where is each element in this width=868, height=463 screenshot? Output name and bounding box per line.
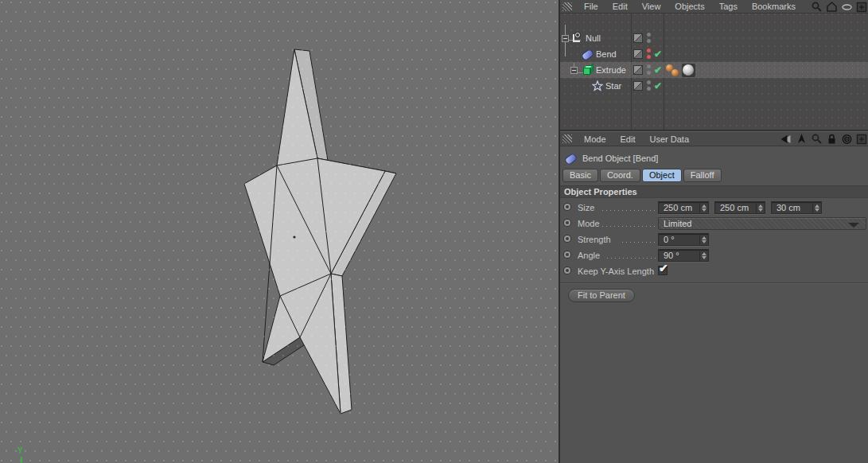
tab-falloff[interactable]: Falloff (683, 169, 722, 182)
viewport-canvas[interactable]: Y (0, 0, 559, 463)
target-icon-button[interactable] (840, 133, 853, 145)
om-menu-file[interactable]: File (577, 2, 605, 11)
value-stepper[interactable] (699, 234, 708, 245)
layer-color-toggle[interactable] (633, 33, 643, 43)
render-visibility-dot[interactable] (647, 87, 651, 91)
enable-check-icon[interactable]: ✔ (654, 64, 662, 76)
om-menu-view[interactable]: View (635, 2, 668, 11)
collapse-toggle[interactable] (570, 67, 578, 74)
om-menu-bookmarks[interactable]: Bookmarks (745, 2, 803, 11)
editor-visibility-dot[interactable] (647, 64, 651, 68)
om-menu-edit[interactable]: Edit (605, 2, 635, 11)
property-controls: Limited (658, 217, 866, 230)
property-rows: Size250 cm 250 cm 30 cm ModeLimited Stre… (560, 200, 868, 280)
eye-icon-button[interactable] (840, 1, 853, 13)
property-row-mode: ModeLimited (560, 216, 868, 232)
keyframe-ring-icon[interactable] (564, 204, 570, 210)
home-icon-button[interactable] (825, 1, 838, 13)
keep-y-axis-length-checkbox[interactable]: ✔ (658, 266, 668, 275)
phong-tag-icon[interactable] (671, 69, 679, 76)
search-icon-button[interactable] (810, 133, 823, 145)
visibility-dots[interactable] (647, 33, 652, 44)
visibility-dots[interactable] (647, 64, 652, 76)
eye-icon[interactable] (841, 1, 853, 13)
size-value-field[interactable]: 30 cm (771, 201, 822, 214)
keyframe-ring-icon[interactable] (564, 267, 570, 274)
search-icon[interactable] (811, 1, 823, 13)
om-menu-tags[interactable]: Tags (712, 2, 745, 11)
search-icon[interactable] (811, 133, 823, 145)
attribute-manager-menu: ModeEditUser Data (577, 134, 696, 144)
history-back-icon[interactable] (780, 133, 792, 145)
editor-visibility-dot[interactable] (647, 49, 651, 53)
editor-visibility-dot[interactable] (647, 80, 651, 84)
editor-visibility-dot[interactable] (647, 33, 651, 37)
render-visibility-dot[interactable] (647, 39, 651, 43)
attribute-manager-toolbar (780, 133, 868, 145)
extrude-object-icon (582, 64, 594, 76)
am-menu-edit[interactable]: Edit (613, 134, 643, 144)
lock-icon[interactable] (826, 133, 838, 145)
material-tag-icon[interactable] (682, 64, 695, 77)
value-stepper[interactable] (812, 202, 821, 213)
grip-icon[interactable] (562, 134, 572, 143)
tab-coord[interactable]: Coord. (600, 169, 640, 182)
enable-check-icon[interactable]: ✔ (654, 49, 662, 60)
object-name-label[interactable]: Extrude (596, 65, 626, 75)
section-header[interactable]: Object Properties (560, 185, 868, 198)
object-row-extrude[interactable]: Extrude ✔ (560, 62, 868, 78)
object-name-label[interactable]: Star (605, 81, 621, 91)
property-label: Mode (578, 219, 600, 228)
keyframe-ring-icon[interactable] (564, 251, 570, 258)
om-menu-objects[interactable]: Objects (668, 2, 711, 11)
visibility-dots[interactable] (647, 80, 652, 91)
enable-check-icon[interactable]: ✔ (654, 80, 662, 91)
lock-icon-button[interactable] (825, 133, 838, 145)
value-stepper[interactable] (699, 202, 708, 213)
target-icon[interactable] (841, 133, 853, 145)
home-icon[interactable] (826, 1, 838, 13)
am-menu-mode[interactable]: Mode (577, 134, 613, 144)
am-menu-user-data[interactable]: User Data (643, 134, 697, 144)
render-visibility-dot[interactable] (647, 71, 651, 75)
tab-basic[interactable]: Basic (562, 169, 598, 182)
object-row-null[interactable]: Null (560, 30, 868, 46)
strength-value-field[interactable]: 0 ° (658, 233, 709, 246)
keyframe-ring-icon[interactable] (564, 220, 570, 226)
search-icon-button[interactable] (810, 1, 823, 13)
layer-color-toggle[interactable] (633, 81, 643, 91)
add-panel-icon[interactable] (856, 1, 868, 13)
object-row-bend[interactable]: Bend ✔ (560, 46, 868, 62)
object-title-row: Bend Object [Bend] (560, 150, 868, 166)
grip-icon[interactable] (562, 2, 572, 11)
tab-object[interactable]: Object (642, 169, 682, 182)
object-name-label[interactable]: Null (586, 33, 601, 43)
nav-up-icon[interactable] (796, 133, 808, 145)
right-panel: FileEditViewObjectsTagsBookmarks Null Be… (559, 0, 868, 463)
fit-to-parent-button[interactable]: Fit to Parent (568, 289, 635, 302)
dot-leader (607, 258, 659, 259)
star-mesh[interactable] (0, 0, 559, 463)
object-origin-dot (293, 235, 295, 238)
object-row-star[interactable]: Star ✔ (560, 78, 868, 94)
value-stepper[interactable] (699, 250, 708, 261)
value-stepper[interactable] (756, 202, 765, 213)
nav-up-icon-button[interactable] (795, 133, 808, 145)
add-panel-icon-button[interactable] (855, 1, 868, 13)
add-panel-icon-button[interactable] (855, 133, 868, 145)
object-manager-tree[interactable]: Null Bend ✔Extrude ✔Star (560, 14, 868, 130)
history-back-icon-button[interactable] (780, 133, 792, 145)
mode-dropdown[interactable]: Limited (658, 217, 866, 230)
add-panel-icon[interactable] (856, 133, 868, 145)
object-name-label[interactable]: Bend (596, 49, 617, 59)
collapse-toggle[interactable] (562, 35, 569, 42)
size-value-field[interactable]: 250 cm (714, 201, 765, 214)
keyframe-ring-icon[interactable] (564, 235, 570, 242)
layer-color-toggle[interactable] (633, 65, 643, 75)
angle-value-field[interactable]: 90 ° (658, 249, 709, 262)
visibility-dots[interactable] (647, 49, 652, 60)
layer-color-toggle[interactable] (633, 49, 643, 59)
property-label: Size (578, 203, 594, 212)
render-visibility-dot[interactable] (647, 55, 651, 59)
size-value-field[interactable]: 250 cm (658, 201, 709, 214)
